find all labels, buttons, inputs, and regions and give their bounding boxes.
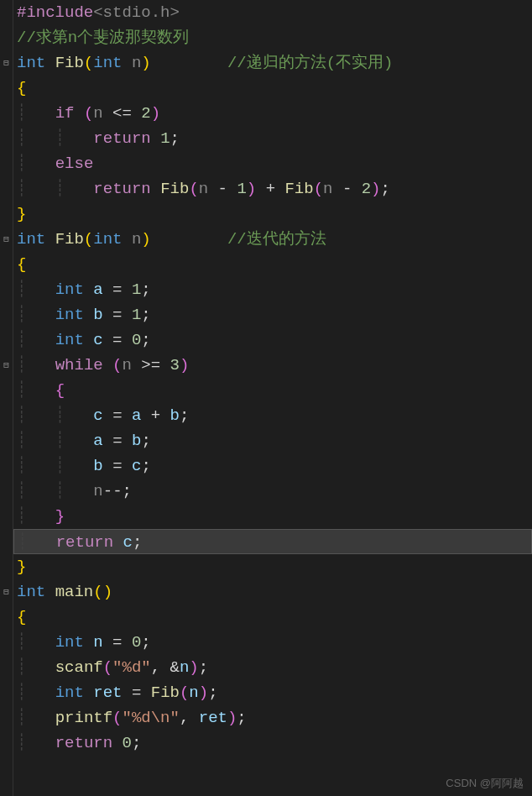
code-line[interactable]: ┊ ┊ a = b; (17, 428, 532, 453)
gutter-cell (0, 655, 13, 680)
code-line[interactable]: //求第n个斐波那契数列 (17, 25, 532, 50)
code-line[interactable]: { (17, 76, 532, 101)
code-line[interactable]: ┊ int c = 0; (17, 327, 532, 353)
code-line[interactable]: ┊ int b = 1; (17, 302, 532, 327)
gutter-cell (0, 327, 13, 353)
watermark: CSDN @阿阿越 (446, 776, 524, 791)
code-line[interactable]: ┊ if (n <= 2) (17, 101, 532, 126)
code-line[interactable]: #include<stdio.h> (17, 0, 532, 25)
gutter-cell (0, 504, 13, 529)
code-line[interactable]: int main() (17, 579, 532, 605)
gutter-cell (0, 731, 13, 756)
gutter-cell (0, 176, 13, 202)
code-line[interactable]: } (17, 554, 532, 579)
code-line[interactable]: ┊ printf("%d\n", ret); (17, 705, 532, 731)
code-editor[interactable]: ⊟⊟⊟⊟ #include<stdio.h>//求第n个斐波那契数列int Fi… (0, 0, 532, 796)
code-line[interactable]: ┊ ┊ b = c; (17, 453, 532, 479)
gutter-cell (0, 0, 13, 25)
code-line[interactable]: ┊ while (n >= 3) (17, 353, 532, 378)
gutter-cell (0, 680, 13, 705)
code-area[interactable]: #include<stdio.h>//求第n个斐波那契数列int Fib(int… (13, 0, 532, 796)
gutter-cell (0, 101, 13, 126)
gutter-cell (0, 630, 13, 655)
code-line[interactable]: } (17, 202, 532, 227)
code-line[interactable]: ┊ int a = 1; (17, 277, 532, 302)
gutter-cell (0, 25, 13, 50)
code-line[interactable]: ┊ { (17, 378, 532, 403)
code-line[interactable]: ┊ return c; (13, 529, 532, 554)
gutter-cell (0, 76, 13, 101)
code-line[interactable]: int Fib(int n) //递归的方法(不实用) (17, 50, 532, 76)
code-line[interactable]: ┊ ┊ return Fib(n - 1) + Fib(n - 2); (17, 176, 532, 202)
fold-toggle-icon[interactable]: ⊟ (0, 50, 13, 76)
gutter-cell (0, 554, 13, 579)
gutter-cell (0, 252, 13, 277)
code-line[interactable]: ┊ ┊ n--; (17, 479, 532, 504)
gutter-cell (0, 605, 13, 630)
code-line[interactable]: int Fib(int n) //迭代的方法 (17, 227, 532, 252)
code-line[interactable]: ┊ ┊ c = a + b; (17, 403, 532, 428)
code-line[interactable]: { (17, 252, 532, 277)
fold-toggle-icon[interactable]: ⊟ (0, 353, 13, 378)
gutter-cell (0, 378, 13, 403)
gutter-cell (0, 277, 13, 302)
gutter-cell (0, 479, 13, 504)
gutter-cell (0, 202, 13, 227)
gutter-cell (0, 151, 13, 176)
fold-gutter: ⊟⊟⊟⊟ (0, 0, 13, 796)
code-line[interactable]: ┊ scanf("%d", &n); (17, 655, 532, 680)
gutter-cell (0, 126, 13, 151)
fold-toggle-icon[interactable]: ⊟ (0, 579, 13, 605)
fold-toggle-icon[interactable]: ⊟ (0, 227, 13, 252)
code-line[interactable]: ┊ else (17, 151, 532, 176)
code-line[interactable]: { (17, 605, 532, 630)
code-line[interactable]: ┊ int ret = Fib(n); (17, 680, 532, 705)
gutter-cell (0, 428, 13, 453)
code-line[interactable]: ┊ int n = 0; (17, 630, 532, 655)
code-line[interactable]: ┊ return 0; (17, 731, 532, 756)
gutter-cell (0, 302, 13, 327)
code-line[interactable]: ┊ } (17, 504, 532, 529)
code-line[interactable]: ┊ ┊ return 1; (17, 126, 532, 151)
gutter-cell (0, 453, 13, 479)
gutter-cell (0, 705, 13, 731)
gutter-cell (0, 403, 13, 428)
gutter-cell (0, 529, 13, 554)
